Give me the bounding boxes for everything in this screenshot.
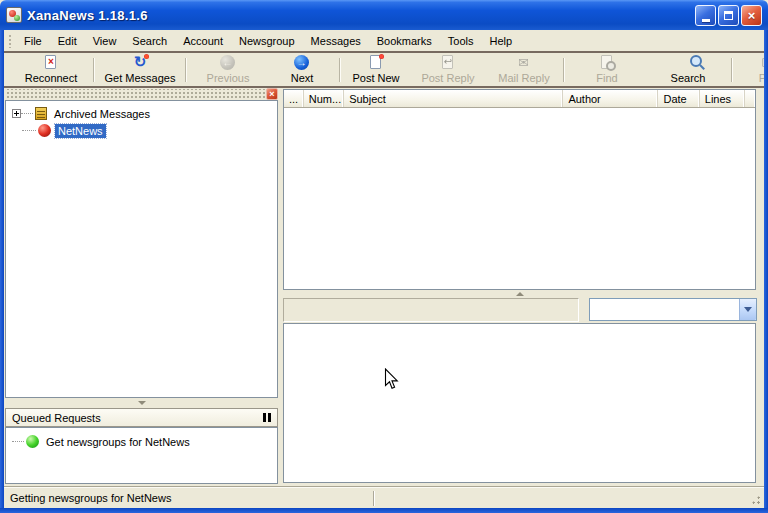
splitter-collapse-icon [138, 401, 146, 405]
menu-drag-grip[interactable] [7, 33, 12, 48]
close-icon: × [748, 9, 756, 22]
folder-pane-close-button[interactable]: × [266, 88, 278, 100]
previous-button[interactable]: ← Previous [189, 54, 267, 85]
column-header-author[interactable]: Author [563, 90, 658, 107]
minimize-button[interactable] [695, 5, 716, 26]
maximize-icon [724, 11, 733, 20]
print-button[interactable]: Print [735, 54, 764, 85]
queued-requests-title: Queued Requests [12, 412, 101, 424]
status-bar: Getting newsgroups for NetNews [4, 486, 764, 508]
close-button[interactable]: × [741, 5, 762, 26]
menu-file[interactable]: File [16, 33, 50, 49]
newsgroup-combobox[interactable] [589, 298, 757, 321]
tree-item-netnews[interactable]: NetNews [6, 122, 277, 139]
column-header-date[interactable]: Date [658, 90, 699, 107]
archive-folder-icon [35, 107, 47, 120]
message-preview-pane [283, 323, 756, 483]
toolbar-separator [339, 58, 341, 82]
menu-messages[interactable]: Messages [303, 33, 369, 49]
menu-tools[interactable]: Tools [440, 33, 482, 49]
menu-bookmarks[interactable]: Bookmarks [369, 33, 440, 49]
window-border-right [764, 30, 768, 508]
menu-edit[interactable]: Edit [50, 33, 85, 49]
menu-search[interactable]: Search [124, 33, 175, 49]
column-header-flags[interactable]: ... [284, 90, 304, 107]
tree-item-label: NetNews [55, 124, 106, 138]
search-icon [679, 55, 697, 71]
find-icon [598, 55, 616, 71]
column-header-lines[interactable]: Lines [700, 90, 745, 107]
get-messages-icon: ↻ [131, 55, 149, 71]
message-list: ... Num... Subject Author Date Lines [283, 89, 756, 290]
get-messages-button[interactable]: ↻ Get Messages [97, 54, 183, 85]
combobox-dropdown-button[interactable] [739, 299, 756, 320]
chevron-down-icon [744, 307, 752, 312]
reconnect-icon: × [42, 55, 60, 71]
next-icon: → [293, 55, 311, 71]
post-new-icon [367, 55, 385, 71]
vertical-splitter[interactable] [5, 398, 278, 408]
mail-reply-button[interactable]: ✉ Mail Reply [487, 54, 561, 85]
window-border-bottom [0, 508, 768, 513]
tree-item-archived-messages[interactable]: Archived Messages [6, 105, 277, 122]
request-status-icon [26, 435, 39, 448]
queued-requests-header: Queued Requests [5, 408, 278, 427]
previous-icon: ← [219, 55, 237, 71]
menu-account[interactable]: Account [175, 33, 231, 49]
resize-grip-icon[interactable] [749, 493, 762, 506]
toolbar-separator [93, 58, 95, 82]
expand-plus-icon[interactable] [12, 109, 21, 118]
splitter-collapse-icon [516, 292, 524, 296]
news-server-icon [38, 124, 51, 137]
search-button[interactable]: Search [647, 54, 729, 85]
menu-bar: File Edit View Search Account Newsgroup … [4, 30, 764, 51]
toolbar: × Reconnect ↻ Get Messages ← Previous → … [4, 53, 764, 86]
folder-pane-drag-strip[interactable] [5, 89, 278, 99]
tree-connector [22, 130, 36, 131]
mail-reply-icon: ✉ [515, 55, 533, 71]
message-header-panel [283, 298, 579, 322]
menu-view[interactable]: View [85, 33, 125, 49]
toolbar-separator [563, 58, 565, 82]
horizontal-splitter[interactable] [283, 290, 756, 298]
pause-icon[interactable] [263, 413, 271, 422]
queued-request-item[interactable]: Get newsgroups for NetNews [6, 433, 277, 450]
app-window: XanaNews 1.18.1.6 × File Edit View Searc… [0, 0, 768, 513]
post-reply-icon: ↩ [439, 55, 457, 71]
folder-tree: Archived Messages NetNews [5, 100, 278, 398]
status-panel-divider [373, 491, 375, 506]
close-icon: × [269, 89, 274, 99]
queued-request-label: Get newsgroups for NetNews [43, 435, 193, 449]
status-message: Getting newsgroups for NetNews [4, 492, 171, 504]
column-header-filler [745, 90, 755, 107]
title-bar: XanaNews 1.18.1.6 × [0, 0, 768, 30]
app-icon [6, 7, 22, 23]
message-list-header: ... Num... Subject Author Date Lines [284, 90, 755, 108]
maximize-button[interactable] [718, 5, 739, 26]
post-reply-button[interactable]: ↩ Post Reply [409, 54, 487, 85]
tree-item-label: Archived Messages [51, 107, 153, 121]
tree-connector [21, 113, 33, 114]
queued-requests-list: Get newsgroups for NetNews [5, 427, 278, 484]
window-controls: × [695, 5, 762, 26]
combobox-value [590, 299, 739, 320]
window-border-left [0, 30, 4, 508]
reconnect-button[interactable]: × Reconnect [11, 54, 91, 85]
column-header-subject[interactable]: Subject [344, 90, 563, 107]
toolbar-separator [731, 58, 733, 82]
minimize-icon [702, 19, 710, 22]
band-divider [4, 86, 764, 88]
find-button[interactable]: Find [567, 54, 647, 85]
menu-newsgroup[interactable]: Newsgroup [231, 33, 303, 49]
toolbar-separator [185, 58, 187, 82]
window-title: XanaNews 1.18.1.6 [27, 8, 148, 23]
column-header-number[interactable]: Num... [304, 90, 344, 107]
menu-help[interactable]: Help [481, 33, 520, 49]
next-button[interactable]: → Next [267, 54, 337, 85]
tree-connector [12, 441, 24, 442]
post-new-button[interactable]: Post New [343, 54, 409, 85]
